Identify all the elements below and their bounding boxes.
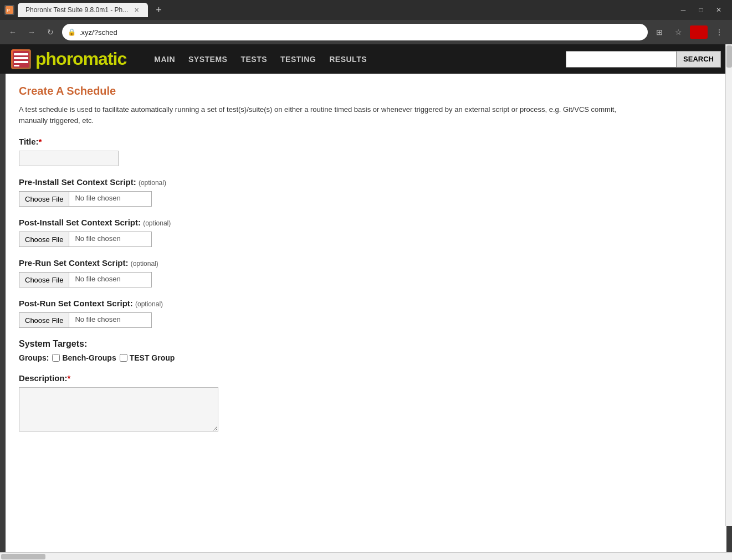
test-group-text: TEST Group [130,353,175,362]
test-group-label[interactable]: TEST Group [120,353,175,362]
url-suffix: .xyz/?sched [79,28,117,37]
profile-button[interactable] [690,25,708,39]
page-title: Create A Schedule [19,85,713,97]
bench-groups-checkbox[interactable] [52,354,60,362]
svg-rect-4 [14,57,28,59]
svg-rect-5 [14,61,28,63]
pre-install-file-input: Choose File No file chosen [19,191,713,207]
system-targets-title: System Targets: [19,339,713,349]
browser-window: P Phoronix Test Suite 9.8.0m1 - Ph... ✕ … [0,0,732,560]
description-label: Description:* [19,373,713,383]
post-install-section: Post-Install Set Context Script: (option… [19,218,713,247]
groups-label: Groups: [19,353,49,362]
bench-groups-text: Bench-Groups [62,353,116,362]
post-run-label: Post-Run Set Context Script: (optional) [19,299,713,308]
nav-main[interactable]: MAIN [154,55,175,64]
window-controls: ─ □ ✕ [679,6,728,14]
nav-tests[interactable]: TESTS [240,55,267,64]
lock-icon: 🔒 [68,28,76,36]
post-run-file-input: Choose File No file chosen [19,312,713,328]
pre-run-file-name: No file chosen [69,272,152,287]
main-content: Create A Schedule A test schedule is use… [6,74,726,454]
pre-run-label: Pre-Run Set Context Script: (optional) [19,258,713,268]
description-textarea[interactable] [19,387,218,431]
bookmark-icon[interactable]: ☆ [671,25,685,39]
address-bar[interactable]: 🔒 .xyz/?sched [62,24,648,40]
minimize-button[interactable]: ─ [679,6,688,14]
logo-text: phoromatic [35,49,126,69]
reload-button[interactable]: ↻ [43,25,58,39]
post-run-file-name: No file chosen [69,312,152,328]
post-install-file-name: No file chosen [69,232,152,247]
page-description: A test schedule is used to facilitate au… [19,104,628,126]
toolbar-icons: ⊞ ☆ ⋮ [652,25,726,39]
horizontal-scrollbar[interactable] [0,552,732,560]
tab-close-button[interactable]: ✕ [132,6,140,14]
svg-rect-3 [14,53,28,55]
pre-run-file-input: Choose File No file chosen [19,272,713,287]
scrollbar-thumb[interactable] [726,45,732,68]
nav-systems[interactable]: SYSTEMS [188,55,227,64]
scrollbar-track[interactable] [725,44,732,526]
translate-icon[interactable]: ⊞ [652,25,667,39]
svg-text:P: P [7,8,10,13]
bench-groups-label[interactable]: Bench-Groups [52,353,116,362]
back-button[interactable]: ← [6,25,20,39]
browser-titlebar: P Phoronix Test Suite 9.8.0m1 - Ph... ✕ … [0,0,732,20]
tab-title: Phoronix Test Suite 9.8.0m1 - Ph... [25,6,128,14]
pre-install-label: Pre-Install Set Context Script: (optiona… [19,177,713,187]
pre-install-choose-file-button[interactable]: Choose File [19,191,69,207]
title-label: Title:* [19,137,713,146]
nav-testing[interactable]: TESTING [280,55,316,64]
post-install-label: Post-Install Set Context Script: (option… [19,218,713,227]
menu-icon[interactable]: ⋮ [712,25,726,39]
post-install-file-input: Choose File No file chosen [19,232,713,247]
post-run-section: Post-Run Set Context Script: (optional) … [19,299,713,328]
search-area: SEARCH [566,51,721,68]
logo-area: phoromatic [11,49,126,69]
groups-row: Groups: Bench-Groups TEST Group [19,353,713,362]
pre-install-file-name: No file chosen [69,191,152,207]
address-url: .xyz/?sched [79,28,642,37]
browser-toolbar: ← → ↻ 🔒 .xyz/?sched ⊞ ☆ ⋮ [0,20,732,44]
site-header: phoromatic MAIN SYSTEMS TESTS TESTING RE… [0,44,732,74]
nav-results[interactable]: RESULTS [329,55,367,64]
pre-run-choose-file-button[interactable]: Choose File [19,272,69,287]
logo-icon [11,49,31,69]
browser-tab[interactable]: Phoronix Test Suite 9.8.0m1 - Ph... ✕ [18,3,148,17]
page-wrapper: Create A Schedule A test schedule is use… [6,74,726,560]
system-targets-section: System Targets: Groups: Bench-Groups TES… [19,339,713,362]
description-section: Description:* [19,373,713,431]
forward-button[interactable]: → [24,25,39,39]
search-button[interactable]: SEARCH [677,51,721,68]
new-tab-button[interactable]: + [151,2,166,18]
maximize-button[interactable]: □ [697,6,705,14]
title-input[interactable] [19,151,119,166]
close-button[interactable]: ✕ [714,6,723,14]
search-input[interactable] [566,51,677,68]
post-install-choose-file-button[interactable]: Choose File [19,232,69,247]
title-section: Title:* [19,137,713,166]
pre-install-section: Pre-Install Set Context Script: (optiona… [19,177,713,207]
browser-favicon: P [4,5,14,15]
horizontal-scrollbar-thumb[interactable] [1,554,45,559]
test-group-checkbox[interactable] [120,354,127,362]
pre-run-section: Pre-Run Set Context Script: (optional) C… [19,258,713,287]
post-run-choose-file-button[interactable]: Choose File [19,312,69,328]
svg-rect-6 [14,65,19,66]
main-nav: MAIN SYSTEMS TESTS TESTING RESULTS [154,55,367,64]
